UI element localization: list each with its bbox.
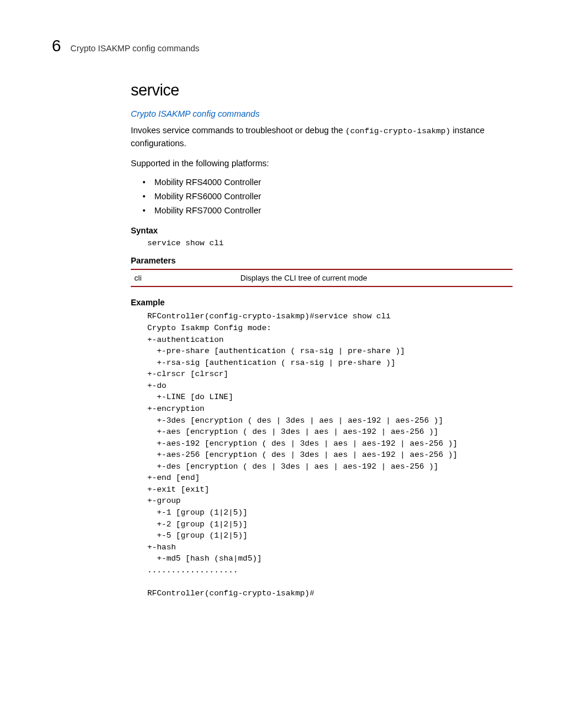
running-head-text: Crypto ISAKMP config commands (71, 44, 200, 53)
parameters-table: cli Displays the CLI tree of current mod… (131, 269, 513, 287)
intro-code: (config-crypto-isakmp) (345, 127, 450, 136)
main-content: service Crypto ISAKMP config commands In… (131, 81, 513, 599)
param-name-cell: cli (131, 269, 237, 286)
param-desc-cell: Displays the CLI tree of current mode (237, 269, 513, 286)
intro-pre: Invokes service commands to troubleshoot… (131, 126, 345, 135)
example-code: RFController(config-crypto-isakmp)#servi… (147, 311, 513, 599)
running-header: 6 Crypto ISAKMP config commands (52, 37, 200, 55)
list-item: Mobility RFS6000 Controller (143, 192, 513, 201)
parameters-heading: Parameters (131, 256, 513, 265)
table-row: cli Displays the CLI tree of current mod… (131, 269, 513, 286)
syntax-heading: Syntax (131, 226, 513, 235)
platform-list: Mobility RFS4000 Controller Mobility RFS… (143, 177, 513, 215)
example-heading: Example (131, 298, 513, 307)
list-item: Mobility RFS7000 Controller (143, 206, 513, 215)
page-title: service (131, 81, 513, 100)
intro-paragraph: Invokes service commands to troubleshoot… (131, 124, 513, 149)
syntax-code: service show cli (147, 239, 513, 248)
list-item: Mobility RFS4000 Controller (143, 177, 513, 187)
supported-text: Supported in the following platforms: (131, 157, 513, 169)
breadcrumb-link[interactable]: Crypto ISAKMP config commands (131, 109, 513, 118)
chapter-number: 6 (52, 37, 61, 55)
